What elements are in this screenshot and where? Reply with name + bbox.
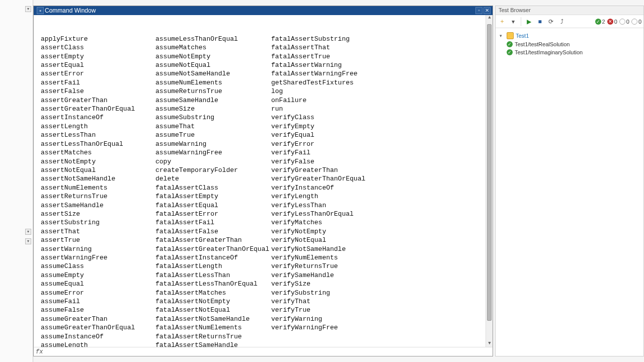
pass-icon: ✓ xyxy=(507,49,513,55)
method-name: assumeLength xyxy=(41,341,155,347)
method-name: fatalAssertNotEqual xyxy=(155,306,271,314)
method-name: assertEqual xyxy=(41,61,155,69)
dropdown-icon[interactable]: ▾ xyxy=(509,17,518,26)
method-name: verifySize xyxy=(271,280,392,288)
method-list-col1: applyFixtureassertClassassertEmptyassert… xyxy=(41,35,155,347)
tree-child-node[interactable]: ✓ Test1/testRealSolution xyxy=(500,40,639,48)
method-name: verifyNotSameHandle xyxy=(271,245,392,253)
method-name: log xyxy=(271,87,392,96)
method-name: verifyFail xyxy=(271,148,392,157)
method-name: fatalAssertEmpty xyxy=(155,192,271,201)
vertical-scrollbar[interactable]: ▲ ▼ xyxy=(486,15,493,347)
method-name: assumeMatches xyxy=(155,43,271,52)
method-name: assumeSubstring xyxy=(155,113,271,122)
method-name: verifyEqual xyxy=(271,131,392,139)
test-browser-panel: Test Browser ＋ ▾ ▶ ■ ⟳ ⤴ ✓2 ✕0 0 0 ▾ Tes… xyxy=(495,6,644,356)
method-name: assertReturnsTrue xyxy=(41,192,155,201)
method-name: verifyEmpty xyxy=(271,122,392,131)
tree-root-label[interactable]: Test1 xyxy=(516,33,529,39)
method-name: assumeLessThanOrEqual xyxy=(155,35,271,43)
tree-child-label: Test1/testRealSolution xyxy=(515,41,570,47)
method-name: assumeFalse xyxy=(41,306,155,314)
method-name: fatalAssertEqual xyxy=(155,201,271,210)
run-icon[interactable]: ▶ xyxy=(524,17,533,26)
method-name: assertLength xyxy=(41,122,155,131)
test-tree: ▾ Test1 ✓ Test1/testRealSolution ✓ Test1… xyxy=(496,28,643,59)
method-name: assertSubstring xyxy=(41,218,155,227)
command-window: ∘ Command Window ▫ ✕ applyFixtureassertC… xyxy=(33,6,493,356)
method-name: fatalAssertGreaterThanOrEqual xyxy=(155,245,271,253)
method-name: fatalAssertSameHandle xyxy=(155,341,271,347)
method-name: fatalAssertFail xyxy=(155,218,271,227)
method-name: verifyFalse xyxy=(271,157,392,166)
method-name: verifyError xyxy=(271,140,392,148)
scroll-up-icon[interactable]: ▲ xyxy=(487,15,493,21)
method-name: assertSameHandle xyxy=(41,201,155,210)
refresh-icon[interactable]: ⟳ xyxy=(546,17,555,26)
export-icon[interactable]: ⤴ xyxy=(557,17,567,26)
method-name: assumeGreaterThan xyxy=(41,315,155,323)
scroll-thumb[interactable] xyxy=(487,24,492,321)
method-name: assumeNotSameHandle xyxy=(155,69,271,78)
queued-count: 0 xyxy=(631,19,641,25)
method-name: onFailure xyxy=(271,96,392,105)
tree-child-node[interactable]: ✓ Test1/testImaginarySolution xyxy=(500,48,639,56)
method-name: assumeClass xyxy=(41,262,155,270)
method-name: fatalAssertSubstring xyxy=(271,35,392,43)
tree-child-label: Test1/testImaginarySolution xyxy=(515,49,583,55)
method-name: assertTrue xyxy=(41,236,155,244)
method-name: assertGreaterThan xyxy=(41,96,155,105)
method-name: verifyNumElements xyxy=(271,253,392,262)
method-name: assertInstanceOf xyxy=(41,113,155,122)
method-name: assertFalse xyxy=(41,87,155,96)
stop-icon[interactable]: ■ xyxy=(535,17,544,26)
command-window-titlebar[interactable]: ∘ Command Window ▫ ✕ xyxy=(34,6,493,15)
method-name: assertLessThan xyxy=(41,131,155,139)
method-name: assumeGreaterThanOrEqual xyxy=(41,323,155,332)
scroll-down-icon[interactable]: ▼ xyxy=(487,341,493,347)
dock-toggle-top[interactable]: ▾ xyxy=(25,6,31,12)
method-name: verifyGreaterThan xyxy=(271,166,392,174)
method-name: fatalAssertError xyxy=(155,210,271,218)
add-test-icon[interactable]: ＋ xyxy=(498,17,507,26)
command-window-title: Command Window xyxy=(44,7,474,14)
method-name: assertSize xyxy=(41,210,155,218)
method-name: fatalAssertReturnsTrue xyxy=(155,332,271,341)
restore-icon[interactable]: ▫ xyxy=(475,7,482,14)
method-name: fatalAssertTrue xyxy=(271,52,392,61)
method-name: assumeSameHandle xyxy=(155,96,271,105)
method-name: assumeSize xyxy=(155,105,271,113)
method-name: assumeEqual xyxy=(41,280,155,288)
fx-icon[interactable]: fx xyxy=(36,348,45,355)
pass-icon: ✓ xyxy=(507,41,513,47)
titlebar-menu-icon[interactable]: ∘ xyxy=(37,7,44,14)
command-output[interactable]: applyFixtureassertClassassertEmptyassert… xyxy=(34,15,486,347)
method-name: fatalAssertNotSameHandle xyxy=(155,315,271,323)
close-icon[interactable]: ✕ xyxy=(484,7,491,14)
pass-dot-icon: ✓ xyxy=(595,19,601,25)
dock-toggle-mid2[interactable]: ▾ xyxy=(25,238,31,244)
method-name: assumeNotEqual xyxy=(155,61,271,69)
method-name: assumeTrue xyxy=(155,131,271,139)
method-name: fatalAssertNumElements xyxy=(155,323,271,332)
method-name: assumeError xyxy=(41,289,155,297)
method-name: assertNotEqual xyxy=(41,166,155,174)
method-name: verifyNotEqual xyxy=(271,236,392,244)
method-name: verifyClass xyxy=(271,113,392,122)
method-name: fatalAssertFalse xyxy=(155,227,271,236)
twisty-icon[interactable]: ▾ xyxy=(500,33,505,38)
method-name: fatalAssertWarning xyxy=(271,61,392,69)
method-name: verifyGreaterThanOrEqual xyxy=(271,174,392,183)
method-name: verifyMatches xyxy=(271,218,392,227)
tree-root-node[interactable]: ▾ Test1 xyxy=(500,31,639,40)
method-name: verifyWarning xyxy=(271,315,392,323)
dock-toggle-mid[interactable]: ▾ xyxy=(25,229,31,235)
method-name: assumeWarningFree xyxy=(155,148,271,157)
method-name: assertClass xyxy=(41,43,155,52)
method-name: assertWarning xyxy=(41,245,155,253)
command-prompt-row[interactable]: fx xyxy=(34,347,493,356)
toolbar-separator xyxy=(521,17,521,26)
method-name: assumeThat xyxy=(155,122,271,131)
method-name: verifySubstring xyxy=(271,289,392,297)
queued-dot-icon xyxy=(631,19,637,25)
